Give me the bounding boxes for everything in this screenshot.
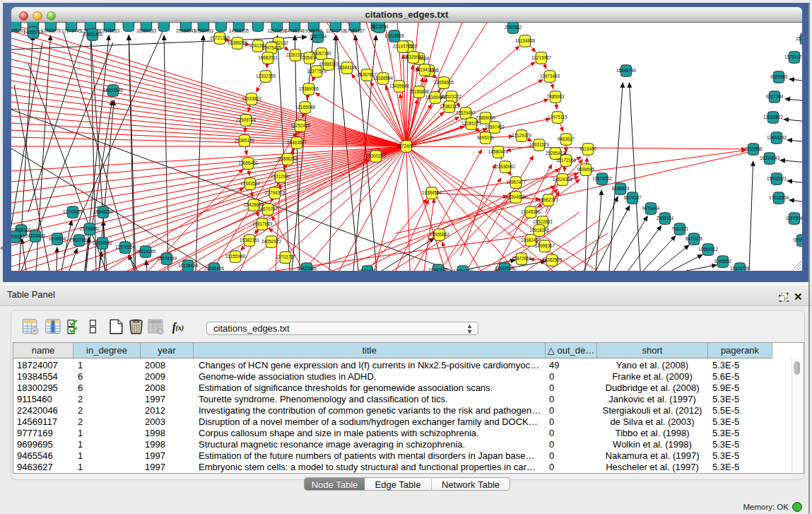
svg-text:9705792: 9705792	[794, 238, 802, 243]
svg-text:16154838: 16154838	[515, 38, 536, 43]
svg-text:20385106: 20385106	[235, 138, 255, 143]
svg-text:9245652: 9245652	[714, 259, 732, 264]
svg-text:11642648: 11642648	[495, 266, 514, 271]
svg-text:25872858: 25872858	[512, 256, 532, 261]
svg-text:16389269: 16389269	[228, 40, 248, 45]
svg-text:2087652: 2087652	[505, 25, 522, 30]
svg-text:17953167: 17953167	[345, 28, 365, 33]
svg-text:14194119: 14194119	[415, 67, 435, 72]
svg-text:18848230: 18848230	[93, 209, 114, 214]
svg-text:12975115: 12975115	[548, 115, 567, 119]
svg-text:15751074: 15751074	[784, 54, 802, 59]
svg-text:15749509: 15749509	[796, 36, 802, 41]
svg-text:10973493: 10973493	[540, 74, 560, 78]
svg-text:14055713: 14055713	[23, 30, 44, 35]
svg-text:26053346: 26053346	[103, 88, 124, 93]
svg-text:24224441: 24224441	[25, 233, 46, 238]
svg-text:15156836: 15156836	[409, 89, 430, 94]
svg-text:23193775: 23193775	[393, 44, 413, 49]
svg-text:19522831: 19522831	[533, 219, 553, 224]
svg-text:8471676: 8471676	[686, 236, 703, 241]
svg-text:22509728: 22509728	[236, 117, 257, 122]
svg-text:14306893: 14306893	[11, 234, 25, 239]
svg-text:16210643: 16210643	[760, 156, 780, 160]
svg-text:17275445: 17275445	[61, 28, 82, 33]
svg-text:18724007: 18724007	[396, 144, 417, 148]
svg-text:15382351: 15382351	[240, 238, 260, 243]
svg-text:2935114: 2935114	[657, 216, 674, 221]
svg-text:23212940: 23212940	[271, 174, 291, 179]
svg-text:16359183: 16359183	[136, 28, 157, 33]
svg-text:12444192: 12444192	[767, 135, 787, 140]
svg-text:19014145: 19014145	[136, 249, 156, 254]
svg-text:10817683: 10817683	[252, 221, 273, 226]
svg-text:6679197: 6679197	[624, 195, 642, 200]
svg-text:16188594: 16188594	[373, 76, 394, 81]
svg-text:10962373: 10962373	[539, 197, 559, 202]
svg-text:16172169: 16172169	[556, 158, 577, 163]
svg-text:21546466: 21546466	[204, 266, 225, 271]
svg-text:20888253: 20888253	[278, 156, 298, 161]
svg-text:19218506: 19218506	[384, 33, 405, 38]
svg-text:17382113: 17382113	[440, 104, 459, 109]
svg-text:(x): (x)	[175, 324, 184, 332]
svg-text:17837869: 17837869	[69, 238, 90, 243]
svg-text:16931579: 16931579	[529, 142, 550, 147]
svg-text:23463677: 23463677	[287, 140, 307, 145]
svg-text:25796882: 25796882	[80, 226, 100, 231]
svg-text:11874052: 11874052	[592, 176, 612, 181]
svg-text:22794303: 22794303	[265, 190, 286, 195]
svg-text:10943646: 10943646	[428, 267, 449, 271]
svg-text:10697462: 10697462	[485, 124, 505, 129]
svg-text:11033823: 11033823	[242, 96, 261, 101]
svg-text:9108894: 9108894	[49, 236, 66, 241]
svg-text:7485063: 7485063	[547, 94, 565, 99]
svg-text:11131636: 11131636	[267, 28, 287, 33]
svg-text:24052972: 24052972	[261, 239, 282, 244]
svg-text:12252458: 12252458	[290, 123, 311, 128]
svg-text:8215958: 8215958	[745, 146, 763, 151]
svg-text:11529497: 11529497	[456, 110, 476, 115]
svg-text:10918148: 10918148	[529, 228, 550, 233]
svg-text:8813054: 8813054	[371, 24, 389, 29]
svg-text:10654112: 10654112	[698, 247, 718, 252]
svg-text:13439648: 13439648	[389, 83, 410, 88]
svg-text:18955862: 18955862	[430, 232, 450, 237]
svg-text:17082309: 17082309	[453, 269, 473, 271]
svg-text:12843718: 12843718	[326, 28, 346, 33]
svg-text:9019189: 9019189	[359, 269, 377, 271]
svg-text:14282565: 14282565	[542, 257, 563, 262]
svg-text:14128434: 14128434	[178, 263, 199, 268]
svg-text:9227394: 9227394	[766, 94, 784, 99]
svg-text:11045396: 11045396	[521, 209, 541, 214]
svg-text:15674349: 15674349	[157, 256, 177, 261]
svg-text:10580963: 10580963	[194, 28, 214, 33]
svg-text:9115460: 9115460	[579, 146, 597, 151]
svg-text:15389096: 15389096	[299, 86, 319, 91]
svg-text:1167534: 1167534	[786, 216, 802, 221]
svg-text:16648784: 16648784	[616, 68, 637, 73]
svg-text:12093822: 12093822	[763, 115, 784, 119]
svg-text:12165048: 12165048	[295, 105, 316, 110]
svg-text:7857234: 7857234	[310, 34, 327, 39]
svg-text:14524305: 14524305	[553, 177, 573, 182]
svg-text:20087340: 20087340	[312, 51, 332, 56]
svg-text:12213967: 12213967	[531, 55, 552, 60]
svg-text:12129379: 12129379	[512, 133, 532, 138]
svg-text:9495191: 9495191	[477, 135, 495, 140]
svg-text:24998367: 24998367	[535, 243, 555, 248]
svg-text:13793975: 13793975	[41, 28, 61, 33]
svg-text:16106768: 16106768	[730, 266, 751, 271]
svg-text:9474444: 9474444	[642, 206, 660, 211]
svg-text:10682497: 10682497	[521, 238, 541, 243]
svg-text:9329965: 9329965	[770, 74, 788, 79]
svg-text:12666460: 12666460	[238, 160, 259, 165]
svg-text:15428696: 15428696	[244, 202, 264, 207]
svg-text:20691406: 20691406	[83, 32, 103, 37]
svg-text:10967477: 10967477	[506, 180, 526, 185]
svg-text:16986110: 16986110	[319, 62, 339, 66]
svg-text:12302355: 12302355	[256, 74, 276, 78]
svg-text:12285271: 12285271	[461, 121, 482, 126]
svg-text:16682011: 16682011	[258, 55, 278, 60]
svg-text:25300293: 25300293	[366, 153, 387, 158]
